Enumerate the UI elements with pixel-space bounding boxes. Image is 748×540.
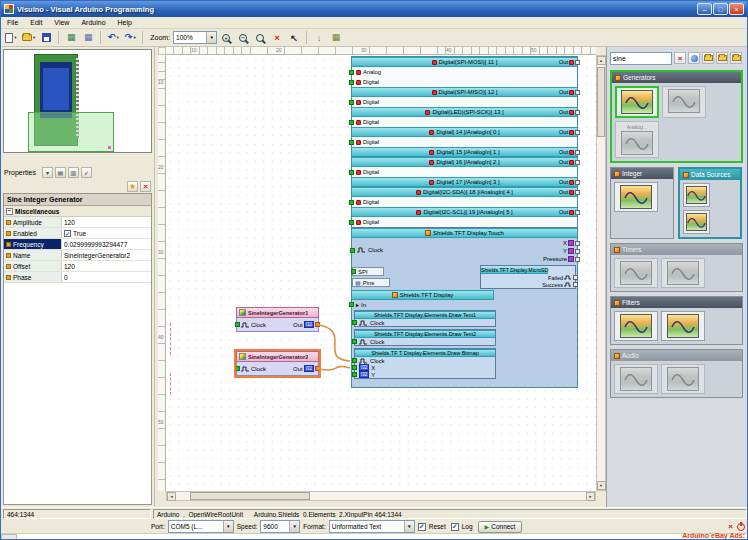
scroll-thumb[interactable] [597, 67, 605, 137]
input-pin[interactable] [352, 320, 357, 325]
category-view-button[interactable] [702, 52, 714, 64]
input-pin[interactable] [350, 248, 355, 253]
collapse-icon[interactable]: − [6, 208, 13, 215]
output-pin[interactable] [575, 130, 580, 135]
channel-header-row[interactable]: Digital(SPI-MOSI)[ 11 ]Out [352, 57, 577, 67]
channel-pin-row[interactable]: Digital [352, 217, 577, 227]
output-pin[interactable] [575, 249, 580, 254]
clock-input-pin[interactable]: Clock [353, 247, 383, 253]
component-tile[interactable] [614, 311, 658, 341]
property-row[interactable]: Offset 120 [4, 261, 151, 272]
output-pin[interactable] [575, 60, 580, 65]
upload-button[interactable]: ↓ [311, 30, 327, 46]
menu-edit[interactable]: Edit [24, 17, 48, 28]
scroll-left-arrow[interactable]: ◄ [167, 492, 176, 501]
component-tile[interactable] [662, 86, 706, 118]
pins-connector[interactable]: ▦ Pins [352, 278, 390, 287]
component-tile[interactable] [614, 182, 658, 212]
clear-search-button[interactable]: × [674, 52, 686, 64]
channel-out-pin[interactable]: Out [559, 89, 577, 95]
element-header[interactable]: Shields.TF T Display.Elements.Draw Bitma… [355, 349, 495, 357]
output-pin[interactable] [575, 210, 580, 215]
log-checkbox[interactable]: ✓ [451, 523, 459, 531]
channel-pin-row[interactable]: Digital [352, 197, 577, 207]
channel-out-pin[interactable]: Out [559, 149, 577, 155]
menu-file[interactable]: File [1, 17, 24, 28]
component-tile-selected[interactable] [615, 86, 659, 118]
preview-viewport[interactable] [28, 112, 114, 152]
touch-header[interactable]: Shields.TFT Display.Touch [352, 228, 577, 238]
inspector-category[interactable]: − Miscellaneous [4, 206, 151, 217]
channel-input-pin[interactable]: Digital [352, 199, 379, 205]
channel-pin-row[interactable]: Digital [352, 117, 577, 127]
input-pin[interactable] [352, 372, 357, 377]
generator-out-pin[interactable]: Out I32 [293, 321, 317, 328]
channel-input-pin[interactable]: Digital [352, 99, 379, 105]
arduino-component[interactable]: Digital(SPI-MOSI)[ 11 ]OutAnalogDigitalD… [351, 56, 578, 388]
minimize-button[interactable]: – [697, 3, 712, 15]
toolbox-group-header[interactable]: Data Sources [680, 169, 740, 180]
save-button[interactable] [38, 30, 54, 46]
zoom-in-button[interactable]: + [218, 30, 234, 46]
property-value[interactable]: 120 [62, 261, 151, 271]
display-header[interactable]: Shields.TFT Display [352, 290, 494, 300]
channel-out-pin[interactable]: Out [559, 109, 577, 115]
channel-pin-row[interactable]: Digital [352, 137, 577, 147]
output-pin[interactable] [573, 282, 578, 287]
input-pin[interactable] [349, 140, 354, 145]
input-pin[interactable] [349, 80, 354, 85]
input-pin[interactable] [349, 302, 354, 307]
collapse-categories-button[interactable] [730, 52, 742, 64]
channel-input-pin[interactable]: Analog [352, 69, 381, 75]
output-pin[interactable] [575, 160, 580, 165]
sine-generator-2-selected[interactable]: SineIntegerGenerator2 Clock Out I32 [236, 351, 319, 376]
channel-out-pin[interactable]: Out [559, 209, 577, 215]
channel-input-pin[interactable]: Digital [352, 169, 379, 175]
microsd-block[interactable]: Shields.TFT Display.MicroSD Failed Succe… [480, 265, 576, 289]
component-tile[interactable] [661, 311, 705, 341]
menu-view[interactable]: View [48, 17, 75, 28]
output-pin[interactable] [575, 257, 580, 262]
close-button[interactable]: × [729, 3, 744, 15]
generate-code-button[interactable]: ▦ [328, 30, 344, 46]
component-tile[interactable] [614, 364, 658, 394]
channel-out-pin[interactable]: Out [559, 59, 577, 65]
channel-pin-row[interactable]: Digital [352, 97, 577, 107]
draw-bitmap-element[interactable]: Shields.TF T Display.Elements.Draw Bitma… [354, 348, 496, 379]
scroll-up-arrow[interactable]: ▲ [597, 56, 606, 65]
new-project-button[interactable]: ▾ [3, 30, 19, 46]
channel-header-row[interactable]: Digital(I2C-SCL)[ 19 ]/AnalogIn[ 5 ]Out [352, 207, 577, 217]
open-project-button[interactable]: ▾ [20, 30, 37, 46]
property-value[interactable]: 120 [62, 217, 151, 227]
microsd-success-output[interactable]: Success [481, 281, 575, 288]
zoom-fit-button[interactable] [252, 30, 268, 46]
zoom-out-button[interactable]: − [235, 30, 251, 46]
channel-pin-row[interactable]: Analog [352, 67, 577, 77]
channel-input-pin[interactable]: Digital [352, 119, 379, 125]
output-pin[interactable] [575, 180, 580, 185]
property-row[interactable]: Phase 0 [4, 272, 151, 283]
generator-header[interactable]: SineIntegerGenerator1 [236, 307, 319, 318]
channel-out-pin[interactable]: Out [559, 129, 577, 135]
channel-pin-row[interactable]: Digital [352, 77, 577, 87]
board-view-button[interactable]: ▦ [80, 30, 96, 46]
menu-arduino[interactable]: Arduino [75, 17, 111, 28]
input-pin[interactable] [349, 70, 354, 75]
maximize-button[interactable]: □ [713, 3, 728, 15]
clear-log-button[interactable]: × [728, 522, 733, 531]
clock-input-pin[interactable]: Clock [238, 322, 266, 328]
draw-text2-element[interactable]: Shields.TFT Display.Elements.Draw Text2 … [354, 329, 496, 346]
redo-button[interactable]: ↷▾ [122, 30, 138, 46]
input-pin[interactable] [352, 365, 357, 370]
output-pin[interactable] [575, 90, 580, 95]
menu-help[interactable]: Help [112, 17, 138, 28]
property-row[interactable]: Enabled ✓True [4, 228, 151, 239]
checkbox-checked-icon[interactable]: ✓ [64, 230, 71, 237]
channel-input-pin[interactable]: Digital [352, 219, 379, 225]
output-pin[interactable] [315, 366, 320, 371]
vertical-scrollbar[interactable]: ▲ ▼ [596, 55, 606, 491]
scroll-thumb[interactable] [190, 492, 310, 500]
input-pin[interactable] [349, 220, 354, 225]
channel-header-row[interactable]: Digital[ 14 ]/AnalogIn[ 0 ]Out [352, 127, 577, 137]
output-pin[interactable] [575, 110, 580, 115]
